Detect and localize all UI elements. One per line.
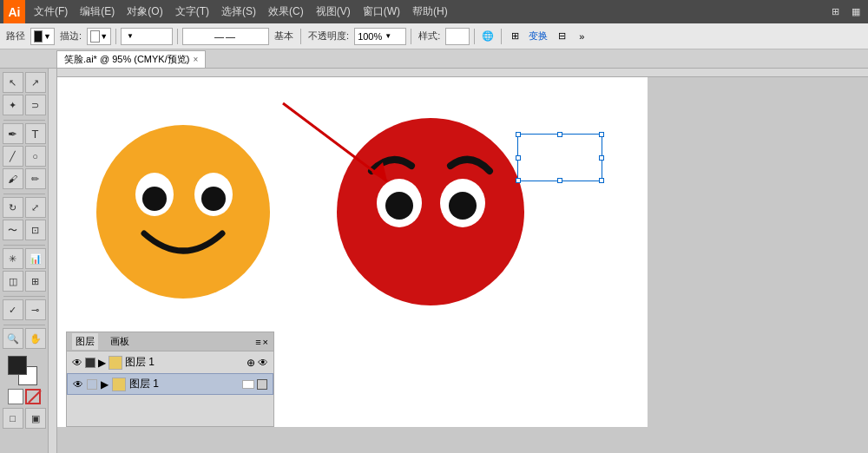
menu-effect[interactable]: 效果(C)	[263, 3, 309, 21]
stroke-label: 描边:	[57, 30, 84, 43]
tab-title: 笑脸.ai* @ 95% (CMYK/预览)	[64, 53, 189, 66]
svg-point-9	[449, 192, 477, 220]
tool-row-2: ✦ ⊃	[3, 95, 46, 115]
rotate-tool[interactable]: ↻	[3, 197, 23, 218]
hand-tool[interactable]: ✋	[25, 328, 46, 349]
grid2-icon[interactable]: ⊞	[506, 28, 523, 45]
opacity-label: 不透明度:	[306, 30, 352, 43]
direct-select-tool[interactable]: ↗	[25, 72, 46, 93]
fill-none[interactable]	[8, 389, 23, 404]
pencil-tool[interactable]: ✏	[25, 168, 46, 189]
layer-name-label: 图层 1	[129, 377, 159, 391]
tool-row-10: ✓ ⊸	[3, 299, 46, 320]
dash-style-box[interactable]: ——	[182, 28, 269, 45]
basic-label: 基本	[272, 30, 296, 43]
ellipse-tool[interactable]: ○	[25, 146, 46, 167]
transform-label[interactable]: 变换	[526, 30, 550, 43]
panel-visibility[interactable]: 👁	[72, 357, 82, 369]
add-layer-btn[interactable]: ⊕	[247, 357, 255, 369]
tab-bar: 笑脸.ai* @ 95% (CMYK/预览) ×	[0, 49, 868, 69]
svg-point-0	[96, 125, 270, 299]
tool-sep-4	[3, 296, 45, 297]
tool-row-5: 🖌 ✏	[3, 168, 46, 189]
style-label: 样式:	[416, 30, 443, 43]
free-transform-tool[interactable]: ⊡	[25, 220, 46, 240]
transform-icon[interactable]: ⊟	[553, 28, 570, 45]
zoom-tool[interactable]: 🔍	[3, 328, 23, 349]
separator5	[474, 29, 475, 44]
tool-sep-1	[3, 120, 45, 121]
window-icon[interactable]: ⊞	[826, 3, 844, 21]
handle-tc[interactable]	[557, 132, 562, 137]
layer-row[interactable]: 👁 ▶ 图层 1	[67, 373, 273, 395]
paintbrush-tool[interactable]: 🖌	[3, 168, 23, 189]
eyedropper-tool[interactable]: ✓	[3, 299, 23, 320]
warp-tool[interactable]: 〜	[3, 220, 23, 240]
layer-expand[interactable]: ▶	[101, 378, 108, 391]
select-tool[interactable]: ↖	[3, 72, 23, 93]
tool-sep-2	[3, 194, 45, 194]
main-area: ↖ ↗ ✦ ⊃ ✒ T ╱ ○ 🖌 ✏ ↻ ⤢ 〜 ⊡ ✳	[0, 69, 868, 453]
panel-lock[interactable]	[85, 358, 95, 368]
layers-tab[interactable]: 图层	[72, 333, 98, 350]
layer-lock-icon[interactable]	[87, 379, 97, 390]
symbol-tool[interactable]: ✳	[3, 248, 23, 269]
tool-sep-5	[3, 325, 45, 325]
menu-text[interactable]: 文字(T)	[170, 3, 214, 21]
handle-bc[interactable]	[557, 178, 562, 183]
separator4	[411, 29, 411, 44]
draw-behind[interactable]: ▣	[25, 408, 46, 429]
artboards-tab[interactable]: 画板	[107, 333, 133, 350]
tool-row-6: ↻ ⤢	[3, 197, 46, 218]
color-section	[8, 356, 41, 404]
app-logo: Ai	[3, 0, 25, 23]
menu-object[interactable]: 对象(O)	[122, 3, 168, 21]
graph-tool[interactable]: 📊	[25, 248, 46, 269]
menu-help[interactable]: 帮助(H)	[407, 3, 453, 21]
handle-br[interactable]	[599, 178, 604, 183]
menu-window[interactable]: 窗口(W)	[358, 3, 405, 21]
panel-header: 图层 画板 ≡ ×	[67, 332, 273, 351]
line-tool[interactable]: ╱	[3, 146, 23, 167]
tab-close[interactable]: ×	[193, 55, 198, 64]
layer-name: 图层 1	[125, 355, 155, 370]
draw-normal[interactable]: □	[3, 408, 23, 429]
mesh-tool[interactable]: ⊞	[25, 271, 46, 292]
stroke-icon[interactable]: ▼	[87, 28, 111, 45]
panel-menu-icon[interactable]: ≡	[255, 337, 260, 347]
layer-eye[interactable]: 👁	[73, 378, 83, 391]
layer-thumbnail	[242, 380, 254, 389]
foreground-color[interactable]	[8, 356, 27, 375]
grid-icon[interactable]: ▦	[847, 3, 865, 21]
panel-controls: 👁 ▶ 图层 1 ⊕ 👁	[67, 351, 273, 373]
globe-icon[interactable]: 🌐	[479, 28, 496, 45]
gradient-tool[interactable]: ◫	[3, 271, 23, 292]
opacity-dropdown[interactable]: 100%	[354, 28, 406, 45]
toolbox: ↖ ↗ ✦ ⊃ ✒ T ╱ ○ 🖌 ✏ ↻ ⤢ 〜 ⊡ ✳	[0, 69, 49, 453]
measure-tool[interactable]: ⊸	[25, 299, 46, 320]
toolbar: 路径 ▼ 描边: ▼ —— 基本 不透明度: 100% 样式: 🌐 ⊞ 变换 ⊟…	[0, 23, 868, 49]
visibility-toggle[interactable]: 👁	[258, 357, 268, 369]
style-box[interactable]	[445, 28, 470, 45]
color-fill-box[interactable]: ▼	[30, 28, 55, 45]
menu-select[interactable]: 选择(S)	[216, 3, 261, 21]
separator	[115, 29, 116, 44]
type-tool[interactable]: T	[25, 123, 46, 144]
lasso-tool[interactable]: ⊃	[25, 95, 46, 115]
scale-tool[interactable]: ⤢	[25, 197, 46, 218]
canvas-area: 图层 画板 ≡ × 👁 ▶ 图层 1 ⊕ 👁	[49, 69, 868, 453]
no-color[interactable]	[25, 389, 41, 404]
layer-target[interactable]	[257, 379, 267, 390]
pen-tool[interactable]: ✒	[3, 123, 23, 144]
magic-wand-tool[interactable]: ✦	[3, 95, 23, 115]
handle-mr[interactable]	[599, 155, 604, 161]
document-tab[interactable]: 笑脸.ai* @ 95% (CMYK/预览) ×	[56, 50, 206, 68]
menu-edit[interactable]: 编辑(E)	[75, 3, 120, 21]
more-icon[interactable]: »	[573, 28, 590, 45]
menu-view[interactable]: 视图(V)	[311, 3, 356, 21]
stroke-weight-dropdown[interactable]	[121, 28, 173, 45]
panel-close-icon[interactable]: ×	[263, 337, 268, 347]
handle-tr[interactable]	[599, 132, 604, 137]
menu-file[interactable]: 文件(F)	[29, 3, 73, 21]
panel-expand[interactable]: ▶	[98, 357, 106, 369]
